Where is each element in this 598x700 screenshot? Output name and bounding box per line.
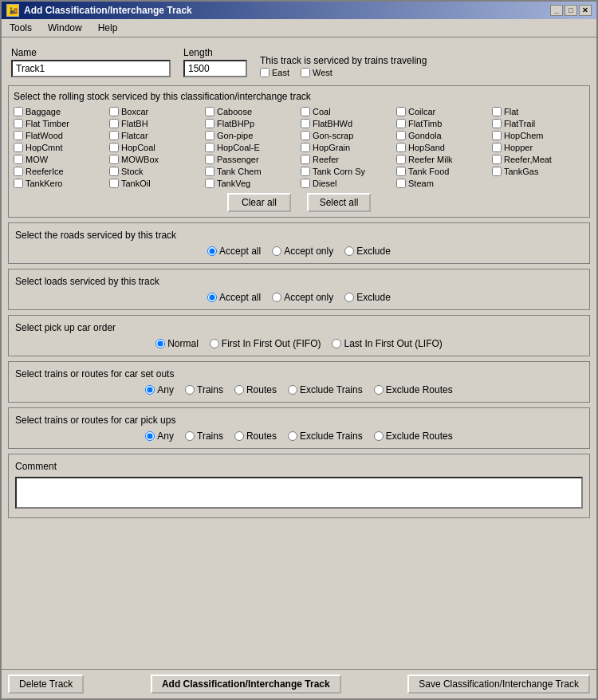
cb-diesel[interactable] <box>301 179 310 188</box>
cb-hopsand[interactable] <box>396 143 406 152</box>
pickups-trains: Trains <box>185 431 223 442</box>
cb-gondola[interactable] <box>396 131 406 140</box>
name-input[interactable] <box>11 60 171 77</box>
list-item: Tank Corn Sy <box>301 167 393 176</box>
cb-steam[interactable] <box>396 179 406 188</box>
cb-flat[interactable] <box>492 107 502 116</box>
cb-flatbh[interactable] <box>109 119 119 128</box>
setouts-radio-routes[interactable] <box>234 385 244 395</box>
setouts-title: Select trains or routes for car set outs <box>15 368 583 379</box>
cb-passenger[interactable] <box>205 155 214 164</box>
cb-baggage[interactable] <box>14 107 23 116</box>
cb-tankgas[interactable] <box>492 167 502 176</box>
cb-hopcoal-e[interactable] <box>205 143 214 152</box>
cb-flatwood[interactable] <box>14 131 23 140</box>
length-group: Length <box>183 47 247 77</box>
east-checkbox[interactable] <box>260 68 269 77</box>
title-bar-left: 🚂 Add Classification/Interchange Track <box>6 4 192 17</box>
header-fields: Name Length This track is serviced by tr… <box>8 44 590 81</box>
setouts-exclude-trains: Exclude Trains <box>288 384 363 395</box>
cb-tankoil[interactable] <box>109 179 119 188</box>
cb-reefer[interactable] <box>301 155 310 164</box>
close-button[interactable]: ✕ <box>579 5 592 16</box>
setouts-radio-any[interactable] <box>145 385 155 395</box>
setouts-radio-exclude-routes[interactable] <box>374 385 384 395</box>
roads-radio-accept-only[interactable] <box>272 246 281 256</box>
select-all-button[interactable]: Select all <box>307 193 371 212</box>
roads-radio-exclude[interactable] <box>344 246 354 256</box>
clear-all-button[interactable]: Clear all <box>227 193 291 212</box>
pickups-radio-exclude-routes[interactable] <box>374 431 384 441</box>
pickups-radio-trains[interactable] <box>185 431 195 441</box>
window-title: Add Classification/Interchange Track <box>24 5 192 16</box>
order-radio-fifo[interactable] <box>210 339 219 348</box>
cb-mowbox[interactable] <box>109 155 119 164</box>
cb-hopchem[interactable] <box>492 131 502 140</box>
minimize-button[interactable]: _ <box>550 5 563 16</box>
pickups-radio-exclude-trains[interactable] <box>288 431 297 441</box>
length-input[interactable] <box>183 60 247 77</box>
cb-boxcar[interactable] <box>109 107 119 116</box>
cb-tank-corn-sy[interactable] <box>301 167 310 176</box>
cb-reefer-meat[interactable] <box>492 155 502 164</box>
cb-tankveg[interactable] <box>205 179 214 188</box>
setouts-radio-trains[interactable] <box>185 385 195 395</box>
order-radio-lifo[interactable] <box>332 339 341 348</box>
pickups-radio-any[interactable] <box>145 431 155 441</box>
loads-radio-exclude[interactable] <box>344 293 354 302</box>
setouts-radio-exclude-trains[interactable] <box>288 385 297 395</box>
cb-tank-food[interactable] <box>396 167 406 176</box>
cb-reeferice[interactable] <box>14 167 23 176</box>
order-lifo: Last In First Out (LIFO) <box>332 338 442 349</box>
cb-stock[interactable] <box>109 167 119 176</box>
menu-window[interactable]: Window <box>43 21 87 35</box>
cb-mow[interactable] <box>14 155 23 164</box>
cb-hopper[interactable] <box>492 143 502 152</box>
cb-coilcar[interactable] <box>396 107 406 116</box>
cb-flatbhwd[interactable] <box>301 119 310 128</box>
roads-radio-accept-all[interactable] <box>207 246 217 256</box>
west-checkbox[interactable] <box>301 68 310 77</box>
add-track-button[interactable]: Add Classification/Interchange Track <box>151 674 341 694</box>
cb-gon-pipe[interactable] <box>205 131 214 140</box>
travel-checkboxes: East West <box>260 68 427 77</box>
pickup-order-radio-row: Normal First In First Out (FIFO) Last In… <box>15 338 583 349</box>
comment-label: Comment <box>15 461 583 472</box>
setouts-routes: Routes <box>234 384 277 395</box>
delete-track-button[interactable]: Delete Track <box>8 674 84 694</box>
cb-hopcmnt[interactable] <box>14 143 23 152</box>
list-item: MOWBox <box>109 155 202 164</box>
pickups-radio-routes[interactable] <box>234 431 244 441</box>
loads-radio-row: Accept all Accept only Exclude <box>15 292 583 303</box>
cb-hopgrain[interactable] <box>301 143 310 152</box>
list-item: Diesel <box>301 179 393 188</box>
order-fifo: First In First Out (FIFO) <box>210 338 321 349</box>
save-track-button[interactable]: Save Classification/Interchange Track <box>407 674 590 694</box>
cb-reefer-milk[interactable] <box>396 155 406 164</box>
cb-flatbhpp[interactable] <box>205 119 214 128</box>
pickups-exclude-trains: Exclude Trains <box>288 431 363 442</box>
cb-tankkero[interactable] <box>14 179 23 188</box>
loads-section: Select loads serviced by this track Acce… <box>8 269 590 310</box>
cb-flatcar[interactable] <box>109 131 119 140</box>
list-item: Passenger <box>205 155 297 164</box>
loads-radio-accept-only[interactable] <box>272 293 281 302</box>
cb-tank-chem[interactable] <box>205 167 214 176</box>
order-radio-normal[interactable] <box>155 339 165 348</box>
cb-hopcoal[interactable] <box>109 143 119 152</box>
list-item: Flatcar <box>109 131 202 140</box>
loads-radio-accept-all[interactable] <box>207 293 217 302</box>
menu-help[interactable]: Help <box>93 21 123 35</box>
cb-flattrail[interactable] <box>492 119 502 128</box>
comment-section: Comment <box>8 454 590 518</box>
maximize-button[interactable]: □ <box>565 5 577 16</box>
rolling-stock-section: Select the rolling stock serviced by thi… <box>8 85 590 218</box>
cb-caboose[interactable] <box>205 107 214 116</box>
menu-tools[interactable]: Tools <box>5 21 37 35</box>
cb-coal[interactable] <box>301 107 310 116</box>
cb-flat-timber[interactable] <box>14 119 23 128</box>
comment-input[interactable] <box>15 477 583 509</box>
list-item: TankOil <box>109 179 202 188</box>
cb-flattimb[interactable] <box>396 119 406 128</box>
cb-gon-scrap[interactable] <box>301 131 310 140</box>
